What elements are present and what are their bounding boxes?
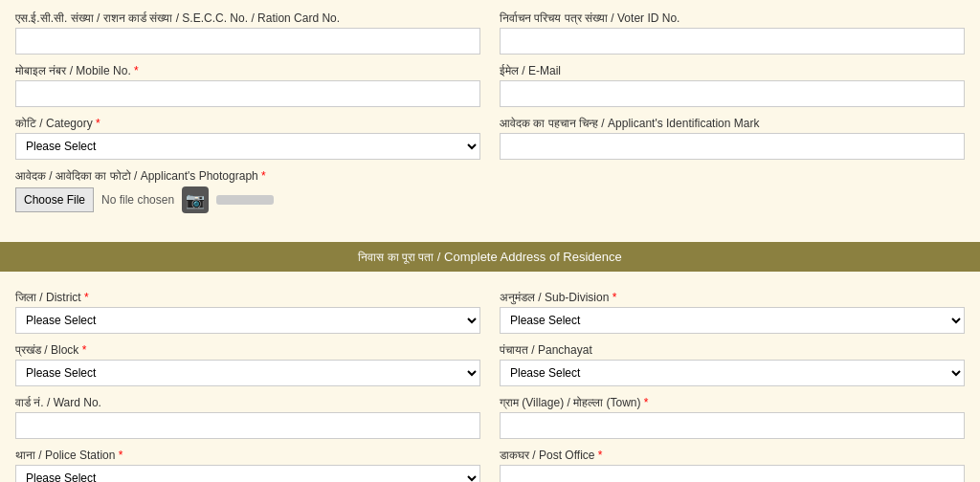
row-category-idmark: कोटि / Category * Please Select आवेदक का… <box>15 117 965 160</box>
col-panchayat: पंचायत / Panchayat Please Select <box>500 343 965 386</box>
police-select[interactable]: Please Select <box>15 465 480 482</box>
secc-input[interactable] <box>15 28 480 55</box>
category-label-hindi: कोटि <box>15 117 36 130</box>
panchayat-select[interactable]: Please Select <box>500 360 965 386</box>
post-office-input[interactable] <box>500 465 965 482</box>
mobile-label-hindi: मोबाइल नंबर <box>15 64 66 77</box>
col-category: कोटि / Category * Please Select <box>15 117 480 160</box>
category-select[interactable]: Please Select <box>15 133 480 160</box>
col-village: ग्राम (Village) / मोहल्ला (Town) * <box>500 396 965 439</box>
photo-label-english: Applicant's Photograph <box>141 169 258 183</box>
ward-label-hindi: वार्ड नं. <box>15 396 44 409</box>
row-photo: आवेदक / आवेदिका का फोटो / Applicant's Ph… <box>15 169 965 213</box>
block-label-english: Block <box>51 343 78 357</box>
col-police: थाना / Police Station * Please Select <box>15 449 480 482</box>
district-label-english: District <box>46 291 81 304</box>
row-ward-village: वार्ड नं. / Ward No. ग्राम (Village) / म… <box>15 396 965 439</box>
district-label-hindi: जिला <box>15 291 36 304</box>
col-block: प्रखंड / Block * Please Select <box>15 343 480 386</box>
village-label: ग्राम (Village) / मोहल्ला (Town) * <box>500 396 965 409</box>
col-mobile: मोबाइल नंबर / Mobile No. * <box>15 64 480 107</box>
col-photo: आवेदक / आवेदिका का फोटो / Applicant's Ph… <box>15 169 480 213</box>
post-office-required: * <box>598 449 603 462</box>
address-section-header: निवास का पूरा पता / Complete Address of … <box>0 242 980 272</box>
subdivision-required: * <box>612 291 617 304</box>
file-upload-area: Choose File No file chosen 📷 <box>15 186 480 213</box>
post-office-label: डाकघर / Post Office * <box>500 449 965 462</box>
block-label-hindi: प्रखंड <box>15 343 41 357</box>
choose-file-button[interactable]: Choose File <box>15 187 94 212</box>
district-label: जिला / District * <box>15 291 480 304</box>
photo-label-hindi: आवेदक / आवेदिका का फोटो <box>15 169 131 183</box>
email-label-hindi: ईमेल <box>500 64 519 77</box>
col-email: ईमेल / E-Mail <box>500 64 965 107</box>
choose-file-label: Choose File <box>24 193 85 207</box>
secc-label-hindi: एस.ई.सी.सी. संख्या / राशन कार्ड संख्या <box>15 11 172 25</box>
id-mark-label: आवेदक का पहचान चिन्ह / Applicant's Ident… <box>500 117 965 130</box>
block-select[interactable]: Please Select <box>15 360 480 386</box>
district-select[interactable]: Please Select <box>15 307 480 334</box>
ward-label-english: Ward No. <box>54 396 101 409</box>
col-subdivision: अनुमंडल / Sub-Division * Please Select <box>500 291 965 334</box>
mobile-required: * <box>134 64 139 77</box>
photo-required: * <box>261 169 266 183</box>
email-label: ईमेल / E-Mail <box>500 64 965 77</box>
category-label-english: Category <box>46 117 93 130</box>
village-input[interactable] <box>500 412 965 439</box>
panchayat-label-hindi: पंचायत <box>500 343 528 357</box>
email-label-english: E-Mail <box>528 64 561 77</box>
subdivision-select[interactable]: Please Select <box>500 307 965 334</box>
subdivision-label: अनुमंडल / Sub-Division * <box>500 291 965 304</box>
col-photo-right <box>500 169 965 213</box>
id-mark-label-english: Applicant's Identification Mark <box>608 117 759 130</box>
row-block-panchayat: प्रखंड / Block * Please Select पंचायत / … <box>15 343 965 386</box>
row-police-post: थाना / Police Station * Please Select डा… <box>15 449 965 482</box>
village-label-hindi: ग्राम (Village) / मोहल्ला (Town) <box>500 396 640 409</box>
block-label: प्रखंड / Block * <box>15 343 480 357</box>
ward-input[interactable] <box>15 412 480 439</box>
district-required: * <box>84 291 89 304</box>
subdivision-label-english: Sub-Division <box>545 291 609 304</box>
photo-label: आवेदक / आवेदिका का फोटो / Applicant's Ph… <box>15 169 480 183</box>
subdivision-label-hindi: अनुमंडल <box>500 291 535 304</box>
progress-bar <box>216 195 274 205</box>
category-label: कोटि / Category * <box>15 117 480 130</box>
voter-label: निर्वाचन परिचय पत्र संख्या / Voter ID No… <box>500 11 965 25</box>
police-required: * <box>119 449 123 462</box>
col-ward: वार्ड नं. / Ward No. <box>15 396 480 439</box>
voter-label-hindi: निर्वाचन परिचय पत्र संख्या <box>500 11 608 25</box>
camera-icon[interactable]: 📷 <box>182 186 209 213</box>
secc-label-english: S.E.C.C. No. / Ration Card No. <box>182 11 340 25</box>
col-voter: निर्वाचन परिचय पत्र संख्या / Voter ID No… <box>500 11 965 55</box>
police-label-hindi: थाना <box>15 449 35 462</box>
voter-input[interactable] <box>500 28 965 55</box>
police-label-english: Police Station <box>45 449 115 462</box>
address-header-hindi: निवास का पूरा पता <box>358 251 434 264</box>
col-post-office: डाकघर / Post Office * <box>500 449 965 482</box>
col-secc: एस.ई.सी.सी. संख्या / राशन कार्ड संख्या /… <box>15 11 480 55</box>
ward-label: वार्ड नं. / Ward No. <box>15 396 480 409</box>
row-mobile-email: मोबाइल नंबर / Mobile No. * ईमेल / E-Mail <box>15 64 965 107</box>
voter-label-english: Voter ID No. <box>617 11 679 25</box>
col-district: जिला / District * Please Select <box>15 291 480 334</box>
category-required: * <box>96 117 100 130</box>
page-container: एस.ई.सी.सी. संख्या / राशन कार्ड संख्या /… <box>0 0 980 482</box>
address-form-section: जिला / District * Please Select अनुमंडल … <box>0 279 980 482</box>
post-office-label-hindi: डाकघर <box>500 449 529 462</box>
no-file-text: No file chosen <box>101 193 174 207</box>
village-required: * <box>644 396 649 409</box>
id-mark-input[interactable] <box>500 133 965 160</box>
camera-icon-symbol: 📷 <box>186 191 205 209</box>
police-label: थाना / Police Station * <box>15 449 480 462</box>
post-office-label-english: Post Office <box>539 449 594 462</box>
row-district-subdivision: जिला / District * Please Select अनुमंडल … <box>15 291 965 334</box>
panchayat-label-english: Panchayat <box>538 343 592 357</box>
mobile-input[interactable] <box>15 80 480 107</box>
email-input[interactable] <box>500 80 965 107</box>
mobile-label-english: Mobile No. <box>76 64 130 77</box>
secc-label: एस.ई.सी.सी. संख्या / राशन कार्ड संख्या /… <box>15 11 480 25</box>
address-header-english: Complete Address of Residence <box>444 250 622 264</box>
top-form-section: एस.ई.सी.सी. संख्या / राशन कार्ड संख्या /… <box>0 0 980 234</box>
row-secc-voter: एस.ई.सी.सी. संख्या / राशन कार्ड संख्या /… <box>15 11 965 55</box>
col-id-mark: आवेदक का पहचान चिन्ह / Applicant's Ident… <box>500 117 965 160</box>
